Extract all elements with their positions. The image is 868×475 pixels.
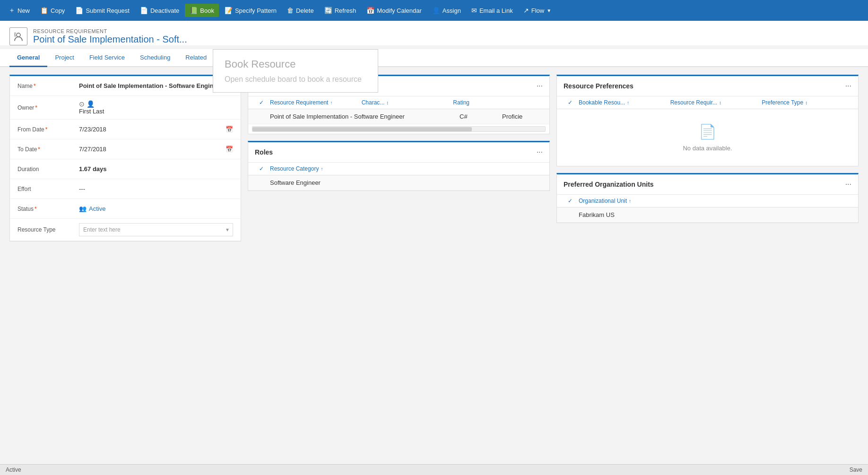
roles-cell-category: Software Engineer: [270, 179, 545, 186]
delete-button[interactable]: 🗑 Delete: [282, 4, 319, 17]
entity-avatar: [9, 27, 27, 45]
flow-icon: ↗: [523, 7, 529, 14]
resource-prefs-col-req[interactable]: Resource Requir... ↕: [670, 99, 762, 106]
roles-row[interactable]: Software Engineer: [248, 175, 549, 190]
specify-pattern-button[interactable]: 📝 Specify Pattern: [220, 4, 281, 17]
duration-field-row: Duration 1.67 days: [10, 159, 241, 179]
header-area: RESOURCE REQUIREMENT Point of Sale Imple…: [0, 21, 868, 45]
refresh-button[interactable]: 🔄 Refresh: [320, 4, 361, 17]
skills-cell-resource-req: Point of Sale Implementation - Software …: [270, 113, 460, 120]
copy-icon: 📋: [40, 7, 48, 14]
roles-title: Roles: [255, 148, 273, 156]
dropdown-chevron-icon: ▾: [226, 226, 229, 233]
from-date-calendar-icon[interactable]: 📅: [226, 126, 233, 133]
tab-general[interactable]: General: [9, 49, 47, 67]
resource-prefs-col-type[interactable]: Preference Type ↕: [762, 99, 853, 106]
preferred-org-units-header: Preferred Organization Units ···: [557, 174, 858, 195]
owner-link[interactable]: First Last: [79, 108, 104, 115]
svg-point-0: [17, 33, 20, 37]
tabs-bar: General Project Field Service Scheduling…: [0, 49, 868, 67]
modify-calendar-button[interactable]: 📅 Modify Calendar: [362, 4, 426, 17]
roles-check-all[interactable]: ✓: [253, 165, 270, 172]
name-value: Point of Sale Implementation - Software …: [79, 82, 233, 89]
deactivate-icon: 📄: [140, 7, 148, 14]
resource-prefs-col-bookable[interactable]: Bookable Resou... ↑: [579, 99, 670, 106]
new-icon: ＋: [9, 6, 15, 15]
skills-col-resource-requirement[interactable]: Resource Requirement ↑: [270, 99, 362, 106]
preferred-org-col-unit[interactable]: Organizational Unit ↑: [579, 198, 853, 204]
bookable-sort-icon: ↑: [627, 100, 629, 105]
refresh-icon: 🔄: [324, 7, 332, 14]
skills-row[interactable]: Point of Sale Implementation - Software …: [248, 109, 549, 124]
skills-col-rating[interactable]: Rating: [453, 99, 545, 106]
from-date-label: From Date*: [17, 126, 79, 133]
form-panel: Name* Point of Sale Implementation - Sof…: [9, 75, 241, 242]
effort-label: Effort: [17, 186, 79, 192]
resource-type-dropdown[interactable]: Enter text here ▾: [79, 223, 233, 236]
duration-label: Duration: [17, 166, 79, 173]
roles-col-category[interactable]: Resource Category ↑: [270, 165, 545, 172]
no-data-icon: 📄: [699, 123, 716, 140]
to-date-calendar-icon[interactable]: 📅: [226, 146, 233, 153]
entity-name-title: Point of Sale Implementation - Soft...: [33, 34, 187, 45]
tab-scheduling[interactable]: Scheduling: [132, 49, 178, 67]
book-button[interactable]: 📗 Book: [185, 4, 219, 17]
skills-cell-char: C#: [460, 113, 502, 120]
entity-info: RESOURCE REQUIREMENT Point of Sale Imple…: [9, 27, 859, 45]
preferred-org-cell: Fabrikam US: [579, 211, 853, 218]
preferred-org-units-panel: Preferred Organization Units ··· ✓ Organ…: [556, 173, 859, 223]
submit-request-button[interactable]: 📄 Submit Request: [70, 4, 134, 17]
resource-preferences-panel: Resource Preferences ··· ✓ Bookable Reso…: [556, 75, 859, 166]
resource-req-sort-icon: ↑: [330, 100, 332, 105]
owner-person-icon: 👤: [87, 100, 95, 108]
preferred-org-check-all[interactable]: ✓: [562, 198, 579, 204]
status-value: 👥 Active: [79, 205, 233, 212]
specify-pattern-icon: 📝: [225, 7, 233, 14]
toolbar: ＋ New 📋 Copy 📄 Submit Request 📄 Deactiva…: [0, 0, 868, 21]
copy-button[interactable]: 📋 Copy: [35, 4, 69, 17]
name-field-row: Name* Point of Sale Implementation - Sof…: [10, 76, 241, 96]
roles-menu-icon[interactable]: ···: [537, 148, 543, 156]
deactivate-button[interactable]: 📄 Deactivate: [135, 4, 184, 17]
resource-prefs-menu-icon[interactable]: ···: [845, 82, 851, 90]
tab-related[interactable]: Related: [178, 49, 214, 67]
owner-circle-icon: ⊙: [79, 100, 85, 108]
char-sort-icon: ↕: [386, 100, 389, 105]
skills-col-characteristic[interactable]: Charac... ↕: [362, 99, 453, 106]
email-link-button[interactable]: ✉ Email a Link: [467, 4, 518, 17]
roles-sort-icon: ↑: [321, 166, 323, 172]
tab-field-service[interactable]: Field Service: [82, 49, 132, 67]
resource-type-dropdown-container: Enter text here ▾: [79, 223, 233, 236]
skills-scroll-thumb: [252, 127, 472, 131]
preferred-org-units-title: Preferred Organization Units: [564, 181, 654, 188]
preferred-org-row[interactable]: Fabrikam US: [557, 207, 858, 223]
duration-value: 1.67 days: [79, 165, 233, 173]
preferred-org-units-menu-icon[interactable]: ···: [845, 180, 851, 189]
owner-field-row: Owner* ⊙ 👤 First Last: [10, 96, 241, 120]
resource-type-field-row: Resource Type Enter text here ▾: [10, 219, 241, 241]
skills-scrollbar[interactable]: [252, 126, 546, 132]
tab-project[interactable]: Project: [47, 49, 81, 67]
skills-menu-icon[interactable]: ···: [537, 82, 543, 90]
status-field-row: Status* 👥 Active: [10, 199, 241, 219]
flow-button[interactable]: ↗ Flow ▼: [519, 4, 556, 17]
name-label: Name*: [17, 83, 79, 89]
from-date-value: 7/23/2018: [79, 126, 226, 133]
to-date-value: 7/27/2018: [79, 146, 226, 153]
to-date-label: To Date*: [17, 146, 79, 153]
roles-grid-header: ✓ Resource Category ↑: [248, 163, 549, 175]
assign-button[interactable]: 👤 Assign: [427, 4, 466, 17]
skills-check-all[interactable]: ✓: [253, 99, 270, 106]
delete-icon: 🗑: [287, 7, 294, 14]
status-label: Status*: [17, 206, 79, 212]
effort-field-row: Effort ---: [10, 179, 241, 199]
org-unit-sort-icon: ↑: [629, 199, 631, 204]
skills-grid-header: ✓ Resource Requirement ↑ Charac... ↕ Rat…: [248, 96, 549, 109]
from-date-field-row: From Date* 7/23/2018 📅: [10, 120, 241, 139]
skills-cell-rating: Proficie: [502, 113, 545, 120]
flow-dropdown-icon: ▼: [547, 8, 551, 13]
resource-prefs-check-all[interactable]: ✓: [562, 99, 579, 106]
main-content: Name* Point of Sale Implementation - Sof…: [0, 67, 868, 249]
book-resource-title: Book Resource: [225, 58, 366, 70]
new-button[interactable]: ＋ New: [4, 3, 35, 17]
